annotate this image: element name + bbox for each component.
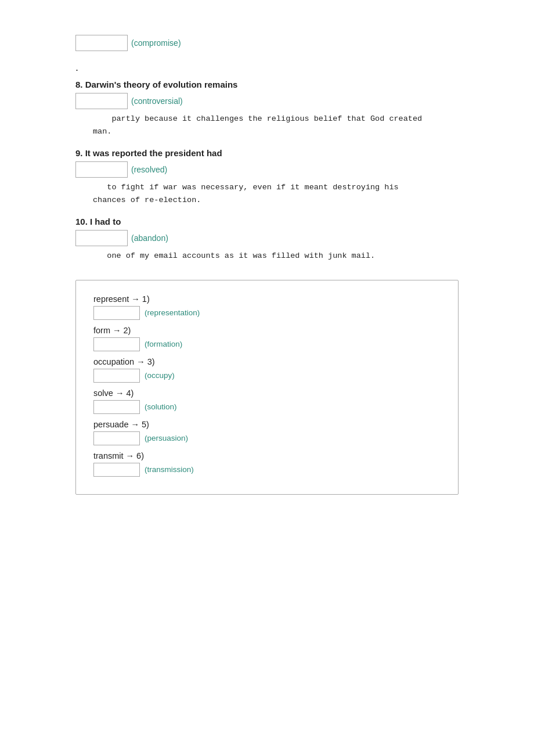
box-answer-hint-3: (occupy) [145, 371, 175, 380]
answer-input-compromise[interactable] [75, 35, 128, 51]
answer-line-8: (controversial) [75, 93, 476, 109]
box-answer-hint-5: (persuasion) [145, 434, 188, 442]
box-answer-wrap-6: (transmission) [93, 463, 441, 477]
box-answer-wrap-2: (formation) [93, 337, 441, 351]
box-row-2: form → 2)(formation) [93, 326, 441, 351]
question-label-9: 9. It was reported the president had [75, 148, 476, 158]
box-answer-input-4[interactable] [93, 400, 140, 414]
answer-input-9[interactable] [75, 161, 128, 178]
box-row-6: transmit → 6)(transmission) [93, 451, 441, 477]
box-answer-hint-2: (formation) [145, 340, 182, 348]
answer-input-8[interactable] [75, 93, 128, 109]
box-answer-input-5[interactable] [93, 431, 140, 445]
box-row-3: occupation → 3)(occupy) [93, 357, 441, 383]
question-body-10: one of my email accounts as it was fille… [93, 250, 476, 262]
answer-hint-8: (controversial) [131, 96, 183, 106]
question-label-10: 10. I had to [75, 217, 476, 226]
period-dot: . [75, 62, 476, 74]
box-answer-wrap-4: (solution) [93, 400, 441, 414]
question-block-9: 9. It was reported the president had (re… [75, 148, 476, 206]
box-row-1: represent → 1)(representation) [93, 294, 441, 320]
answer-hint-9: (resolved) [131, 165, 167, 174]
box-label-2: form → 2) [93, 326, 441, 335]
box-answer-wrap-1: (representation) [93, 306, 441, 320]
box-row-5: persuade → 5)(persuasion) [93, 420, 441, 445]
box-answer-wrap-3: (occupy) [93, 369, 441, 383]
answer-line-9: (resolved) [75, 161, 476, 178]
box-answer-hint-4: (solution) [145, 402, 177, 411]
question-block-compromise: (compromise) [75, 35, 476, 51]
box-label-1: represent → 1) [93, 294, 441, 304]
box-section: represent → 1)(representation)form → 2)(… [75, 280, 459, 495]
answer-line-10: (abandon) [75, 230, 476, 246]
box-answer-input-2[interactable] [93, 337, 140, 351]
box-row-4: solve → 4)(solution) [93, 388, 441, 414]
box-label-4: solve → 4) [93, 388, 441, 398]
box-label-3: occupation → 3) [93, 357, 441, 366]
box-answer-input-6[interactable] [93, 463, 140, 477]
question-label-8: 8. Darwin's theory of evolution remains [75, 80, 476, 89]
answer-hint-10: (abandon) [131, 233, 168, 243]
question-block-8: 8. Darwin's theory of evolution remains … [75, 80, 476, 138]
box-answer-hint-1: (representation) [145, 308, 200, 317]
answer-line-compromise: (compromise) [75, 35, 476, 51]
answer-input-10[interactable] [75, 230, 128, 246]
question-body-9: to fight if war was necessary, even if i… [93, 181, 476, 206]
box-answer-input-1[interactable] [93, 306, 140, 320]
box-answer-wrap-5: (persuasion) [93, 431, 441, 445]
box-answer-hint-6: (transmission) [145, 465, 194, 474]
answer-hint-compromise: (compromise) [131, 38, 181, 48]
box-label-5: persuade → 5) [93, 420, 441, 429]
question-block-10: 10. I had to (abandon) one of my email a… [75, 217, 476, 262]
box-answer-input-3[interactable] [93, 369, 140, 383]
question-body-8: partly because it challenges the religio… [93, 113, 476, 138]
box-label-6: transmit → 6) [93, 451, 441, 460]
